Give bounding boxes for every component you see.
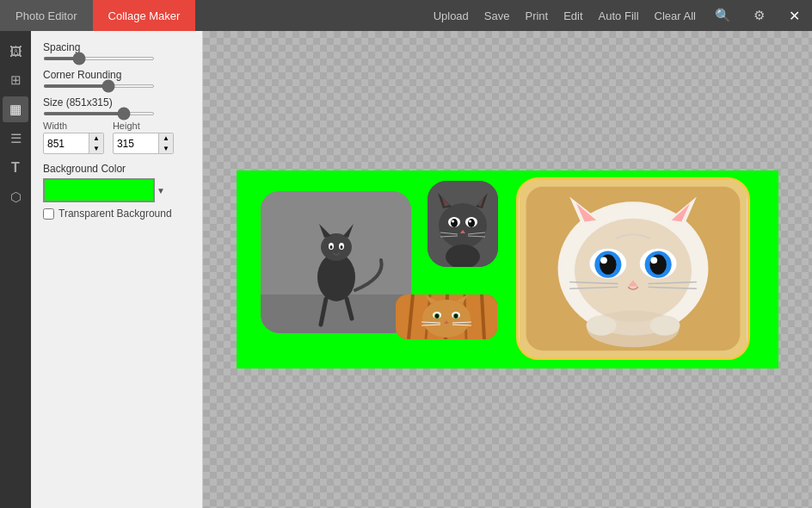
svg-point-23 [469, 220, 471, 223]
tab-photo-editor[interactable]: Photo Editor [0, 0, 93, 31]
height-up-btn[interactable]: ▲ [159, 133, 173, 144]
transparent-bg-label[interactable]: Transparent Background [58, 208, 172, 220]
corner-rounding-slider[interactable] [43, 84, 155, 88]
svg-point-53 [587, 315, 617, 335]
cat2-svg [428, 181, 498, 267]
settings-panel: Spacing Corner Rounding Size (851x315) W… [31, 31, 203, 508]
spacing-slider[interactable] [43, 57, 155, 60]
save-link[interactable]: Save [484, 9, 510, 22]
cat4-svg [396, 294, 497, 339]
width-down-btn[interactable]: ▼ [89, 144, 103, 154]
topbar-menu: Upload Save Print Edit Auto Fill Clear A… [434, 6, 805, 25]
dimension-inputs: Width ▲ ▼ Height ▲ ▼ [43, 121, 190, 154]
width-up-btn[interactable]: ▲ [89, 133, 103, 144]
sidebar-shape-icon[interactable]: ⬡ [3, 184, 28, 210]
collage-canvas [237, 170, 778, 369]
close-button[interactable]: ✕ [784, 8, 805, 24]
cat1-svg [261, 191, 411, 333]
bg-color-label: Background Color [43, 163, 190, 175]
width-label: Width [43, 121, 104, 131]
width-spinners: ▲ ▼ [89, 133, 103, 153]
autofill-link[interactable]: Auto Fill [599, 9, 639, 22]
settings-icon-btn[interactable]: ⚙ [750, 6, 768, 25]
color-dropdown-arrow[interactable]: ▼ [157, 186, 165, 195]
svg-point-54 [649, 315, 680, 335]
sidebar-text-icon[interactable]: T [3, 155, 28, 181]
topbar: Photo Editor Collage Maker Upload Save P… [0, 0, 812, 31]
corner-slider-row [43, 84, 190, 88]
sidebar-layout-icon[interactable]: ☰ [3, 126, 28, 152]
photo-cell-4[interactable] [396, 294, 497, 339]
height-field-group: Height ▲ ▼ [113, 121, 174, 154]
svg-point-62 [435, 314, 439, 319]
topbar-tabs: Photo Editor Collage Maker [0, 0, 195, 31]
width-field-group: Width ▲ ▼ [43, 121, 104, 154]
bg-color-swatch[interactable] [43, 178, 155, 202]
svg-point-57 [422, 300, 471, 338]
icon-sidebar: 🖼 ⊞ ▦ ☰ T ⬡ [0, 31, 31, 508]
size-slider[interactable] [43, 112, 155, 115]
upload-link[interactable]: Upload [434, 9, 469, 22]
width-input-wrap: ▲ ▼ [43, 133, 104, 154]
svg-point-10 [330, 245, 333, 249]
height-down-btn[interactable]: ▼ [159, 144, 173, 154]
main-area: 🖼 ⊞ ▦ ☰ T ⬡ Spacing Corner Rounding Size… [0, 31, 812, 508]
height-input-wrap: ▲ ▼ [113, 133, 174, 154]
photo-cell-2[interactable] [428, 181, 498, 267]
svg-point-13 [439, 203, 487, 248]
clearall-link[interactable]: Clear All [655, 9, 696, 22]
cat3-svg [519, 180, 747, 357]
transparent-bg-row: Transparent Background [43, 208, 190, 220]
svg-point-22 [452, 220, 454, 223]
sidebar-grid-icon[interactable]: ⊞ [3, 67, 28, 93]
svg-point-46 [650, 257, 657, 263]
svg-point-3 [321, 233, 352, 261]
tab-collage-maker[interactable]: Collage Maker [93, 0, 196, 31]
search-icon-btn[interactable]: 🔍 [711, 6, 735, 25]
photo-cell-1[interactable] [261, 191, 411, 333]
height-label: Height [113, 121, 174, 131]
svg-point-45 [600, 257, 607, 263]
height-spinners: ▲ ▼ [158, 133, 173, 153]
color-swatch-row: ▼ [43, 178, 190, 202]
width-input[interactable] [44, 136, 89, 152]
svg-point-20 [451, 219, 458, 227]
sidebar-collage-icon[interactable]: ▦ [3, 96, 28, 122]
height-input[interactable] [114, 136, 158, 152]
edit-link[interactable]: Edit [563, 9, 582, 22]
spacing-slider-row [43, 57, 190, 60]
print-link[interactable]: Print [525, 9, 548, 22]
sidebar-photo-icon[interactable]: 🖼 [3, 38, 28, 64]
canvas-area [203, 31, 812, 508]
svg-point-21 [468, 219, 475, 227]
svg-point-11 [341, 245, 343, 249]
svg-point-63 [454, 314, 458, 319]
photo-cell-3[interactable] [516, 177, 750, 360]
transparent-bg-checkbox[interactable] [43, 208, 54, 220]
size-slider-row [43, 112, 190, 115]
